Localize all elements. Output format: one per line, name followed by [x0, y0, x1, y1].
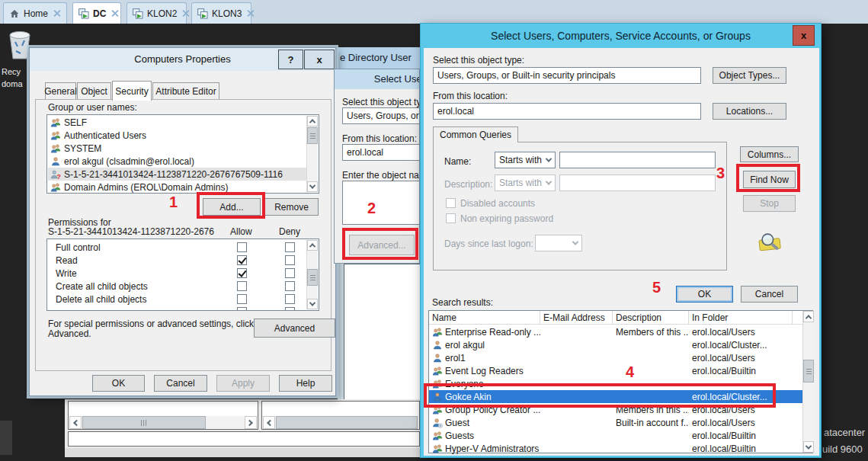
allow-checkbox[interactable]	[237, 294, 247, 304]
close-button[interactable]: x	[304, 50, 335, 69]
os-watermark-line1: atacenter	[824, 427, 865, 438]
columns-button[interactable]: Columns...	[740, 146, 799, 162]
allow-checkbox[interactable]	[237, 281, 247, 291]
result-folder: erol.local/Builtin	[692, 443, 756, 454]
vertical-scrollbar[interactable]	[306, 116, 318, 192]
allow-checkbox[interactable]	[237, 242, 247, 252]
tab-dc[interactable]: DC	[72, 2, 121, 24]
deny-checkbox[interactable]	[285, 255, 295, 265]
cancel-button[interactable]: Cancel	[154, 375, 207, 392]
result-row[interactable]: Guest Built-in account f... erol.local/U…	[429, 416, 802, 429]
name-operator-select[interactable]: Starts with	[495, 152, 556, 168]
common-queries-tab[interactable]: Common Queries	[433, 126, 518, 142]
deny-checkbox[interactable]	[285, 268, 295, 278]
help-button[interactable]: ?	[278, 50, 303, 69]
tab-attribute-editor[interactable]: Attribute Editor	[152, 82, 219, 100]
tab-home[interactable]: Home	[3, 2, 67, 24]
result-row[interactable]: erol akgul erol.local/Cluster...	[429, 338, 802, 351]
scroll-down-button[interactable]	[307, 299, 318, 309]
close-icon[interactable]	[111, 10, 115, 17]
remove-button[interactable]: Remove	[264, 198, 319, 216]
scroll-thumb[interactable]	[307, 269, 318, 286]
result-row[interactable]: erol1 erol.local/Users	[429, 351, 802, 364]
result-row[interactable]: Guests erol.local/Builtin	[429, 429, 802, 442]
scroll-up-button[interactable]	[803, 311, 814, 322]
tab-klon2[interactable]: KLON2	[127, 2, 187, 24]
desktop-patch	[0, 421, 12, 455]
vertical-scrollbar[interactable]	[306, 240, 318, 309]
description-operator-value: Starts with	[499, 178, 542, 188]
allow-checkbox[interactable]	[237, 307, 247, 311]
scroll-down-button[interactable]	[307, 181, 318, 192]
scroll-thumb[interactable]	[276, 416, 418, 429]
scroll-thumb[interactable]	[803, 360, 814, 383]
result-row[interactable]: Hyper-V Administrators erol.local/Builti…	[429, 442, 802, 455]
ad-tree-pane	[68, 401, 258, 430]
group-list-item[interactable]: erol akgul (clsadmin@erol.local)	[48, 155, 306, 168]
locations-button[interactable]: Locations...	[713, 103, 786, 120]
description-label: Description:	[444, 179, 492, 190]
tab-general[interactable]: General	[45, 82, 76, 100]
name-input[interactable]	[559, 152, 716, 168]
scroll-down-button[interactable]	[803, 441, 814, 453]
group-list-item[interactable]: S-1-5-21-3441013424-1123871220-267676750…	[48, 168, 306, 181]
object-types-button[interactable]: Object Types...	[713, 67, 786, 84]
stop-button[interactable]: Stop	[743, 195, 796, 212]
result-folder: erol.local/Cluster...	[692, 340, 767, 351]
result-folder: erol.local/Users	[692, 418, 755, 428]
scroll-up-button[interactable]	[307, 116, 318, 126]
permissions-list[interactable]: Full control Read Write Create all child…	[46, 239, 319, 311]
column-header-name[interactable]: Name	[429, 311, 540, 325]
help-button-bottom[interactable]: Help	[279, 375, 332, 392]
annotation-number-4: 4	[626, 363, 634, 381]
days-since-logon-label: Days since last logon:	[444, 239, 533, 249]
deny-checkbox[interactable]	[285, 242, 295, 252]
column-header-in-folder[interactable]: In Folder	[689, 311, 793, 325]
apply-button[interactable]: Apply	[216, 375, 270, 392]
advanced-button[interactable]: Advanced	[254, 319, 335, 338]
deny-checkbox[interactable]	[285, 294, 295, 304]
group-list-item[interactable]: SELF	[48, 116, 306, 129]
vertical-scrollbar[interactable]	[802, 311, 814, 453]
group-user-list[interactable]: SELF Authenticated Users SYSTEM erol akg…	[46, 114, 319, 194]
column-header-description[interactable]: Description	[613, 311, 689, 325]
result-row[interactable]: Event Log Readers erol.local/Builtin	[429, 364, 802, 377]
result-row[interactable]: Enterprise Read-only ... Members of this…	[429, 325, 802, 338]
deny-checkbox[interactable]	[285, 307, 295, 311]
dialog-titlebar[interactable]: Select Users, Computers, Service Account…	[335, 69, 420, 89]
ok-button[interactable]: OK	[676, 286, 733, 303]
scroll-left-button[interactable]	[263, 416, 275, 429]
common-queries-box: Name: Starts with Description: Starts wi…	[433, 142, 727, 271]
tab-security[interactable]: Security	[112, 81, 152, 101]
common-queries-label: Common Queries	[440, 130, 511, 140]
scroll-up-button[interactable]	[307, 240, 318, 251]
permission-row: Full control	[48, 241, 306, 254]
column-header-email[interactable]: E-Mail Address	[540, 311, 613, 325]
result-name: Event Log Readers	[445, 366, 524, 376]
group-list-item[interactable]: SYSTEM	[48, 142, 306, 155]
group-name: S-1-5-21-3441013424-1123871220-267676750…	[64, 169, 283, 180]
object-names-input[interactable]	[342, 181, 420, 225]
allow-checkbox[interactable]	[237, 268, 247, 278]
scroll-right-button[interactable]	[245, 416, 257, 429]
group-list-item[interactable]: Authenticated Users	[48, 129, 306, 142]
scroll-thumb[interactable]	[307, 127, 318, 144]
annotation-box-add-button	[197, 192, 265, 219]
allow-checkbox[interactable]	[237, 255, 247, 265]
user-icon	[50, 156, 61, 167]
scroll-thumb[interactable]	[82, 416, 206, 429]
column-header-extra	[793, 311, 802, 325]
ok-button[interactable]: OK	[92, 375, 145, 392]
group-list-item[interactable]: Domain Admins (EROL\Domain Admins)	[48, 181, 306, 194]
result-description: Members of this ...	[616, 327, 689, 338]
close-button[interactable]: x	[793, 25, 815, 46]
horizontal-scrollbar[interactable]	[263, 416, 418, 429]
cancel-button[interactable]: Cancel	[741, 286, 798, 303]
location-field: erol.local	[433, 103, 701, 120]
scroll-left-button[interactable]	[69, 416, 82, 429]
close-icon[interactable]	[53, 10, 60, 17]
tab-object[interactable]: Object	[77, 82, 111, 100]
deny-checkbox[interactable]	[285, 281, 295, 291]
horizontal-scrollbar[interactable]	[69, 416, 257, 429]
tab-klon3[interactable]: KLON3	[191, 2, 251, 24]
